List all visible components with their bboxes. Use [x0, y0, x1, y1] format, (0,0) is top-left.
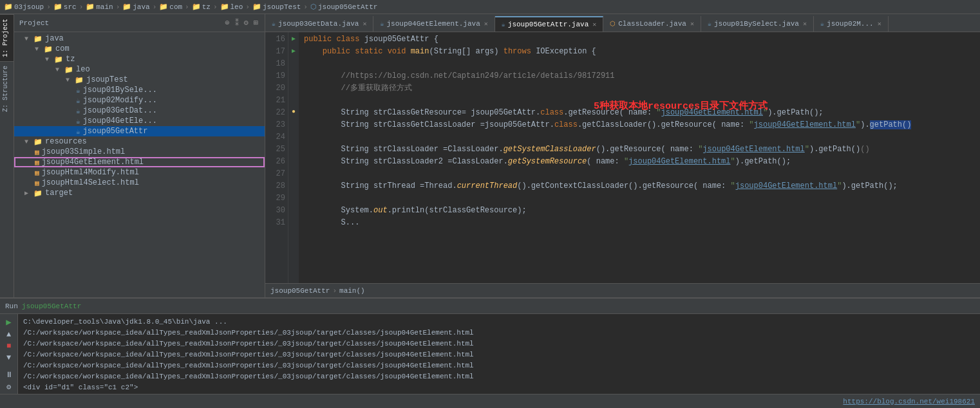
tab-label-1: jsoup03GetData.java	[278, 20, 359, 28]
cmd-line: C:\developer_tools\Java\jdk1.8.0_45\bin\…	[23, 317, 975, 328]
close-tab-3[interactable]: ✕	[592, 21, 596, 28]
tree-item-leo[interactable]: ▼ 📁 leo	[14, 64, 265, 75]
tab-label-6: jsoup02M...	[827, 20, 874, 28]
tab-jsoup02[interactable]: ☕ jsoup02M... ✕	[814, 16, 889, 32]
run-gutter-arrow2[interactable]: ▶	[292, 47, 296, 55]
run-panel-header: Run jsoup05GetAttr	[0, 299, 980, 314]
java-file-icon-1: ☕	[76, 86, 80, 95]
top-breadcrumb: 📁 03jsoup › 📁 src › 📁 main › 📁 java › 📁 …	[0, 0, 980, 14]
tree-label-com: com	[55, 44, 70, 53]
tab-jsoup03[interactable]: ☕ jsoup03GetData.java ✕	[265, 16, 373, 32]
run-options-button[interactable]: ⚙	[3, 382, 15, 392]
tree-item-jsoup03[interactable]: ☕ jsoup03GetDat...	[14, 106, 265, 116]
tree-item-jsoup02[interactable]: ☕ jsoup02Modify...	[14, 95, 265, 106]
tree-label-jsoup03: jsoup03GetDat...	[83, 106, 157, 115]
bc-com[interactable]: com	[169, 3, 182, 11]
expand-arrow-com: ▼	[35, 46, 41, 53]
code-editor[interactable]: public class jsoup05GetAttr { public sta…	[299, 32, 980, 283]
html-file-icon-4: ▦	[35, 179, 39, 187]
expand-arrow-java: ▼	[24, 35, 31, 42]
code-line-17: public static void main(String[] args) t…	[304, 46, 975, 58]
tree-item-resources[interactable]: ▼ 📁 resources	[14, 136, 265, 147]
tree-item-jsoup04getelement[interactable]: ▦ jsoup04GetElement.html	[14, 157, 265, 167]
side-tab-project[interactable]: 1: Project	[0, 14, 14, 61]
left-side-tabs: 1: Project Z: Structure	[0, 14, 14, 297]
tab-bar: ☕ jsoup03GetData.java ✕ ☕ jsoup04GetElem…	[265, 14, 980, 32]
tab-icon-6: ☕	[820, 20, 824, 28]
tree-item-jsouphtml4select[interactable]: ▦ jsoupHtml4Select.html	[14, 178, 265, 188]
bc-jsoup05GetAttr[interactable]: jsoup05GetAttr	[318, 3, 377, 11]
run-panel: Run jsoup05GetAttr ▶ ▲ ■ ▼ ⏸ ⚙ ⊟ 🗑 C:\de…	[0, 297, 980, 394]
bc-java[interactable]: java	[133, 3, 149, 11]
bc-src[interactable]: src	[64, 3, 77, 11]
tree-item-jsoup05[interactable]: ☕ jsoup05GetAttr	[14, 126, 265, 136]
expand-arrow-target: ▶	[24, 189, 31, 197]
code-line-29	[304, 192, 975, 205]
tree-label-leo: leo	[76, 65, 90, 74]
folder-java-icon: 📁	[33, 35, 42, 43]
bc-jsoupTest[interactable]: jsoupTest	[263, 3, 301, 11]
tab-label-5: jsoup01BySelect.java	[714, 20, 799, 28]
toolbar-btn-sync[interactable]: ⁑	[234, 18, 240, 28]
tree-item-target[interactable]: ▶ 📁 target	[14, 188, 265, 198]
run-up-button[interactable]: ▲	[3, 330, 15, 339]
run-pause-button[interactable]: ⏸	[3, 370, 15, 380]
tree-label-jsoup03simple: jsoup03Simple.html	[42, 147, 126, 156]
tab-label-2: jsoup04GetElement.java	[387, 20, 480, 28]
run-output: C:\developer_tools\Java\jdk1.8.0_45\bin\…	[18, 314, 980, 394]
tab-icon-4: ⬡	[610, 20, 616, 28]
project-tree: ▼ 📁 java ▼ 📁 com ▼ 📁 tz ▼	[14, 32, 265, 297]
html-snippet-line: <div id="d1" class="c1 c2">	[23, 382, 975, 393]
tree-item-com[interactable]: ▼ 📁 com	[14, 44, 265, 54]
java-file-icon-4: ☕	[76, 117, 80, 125]
html-file-icon-2: ▦	[35, 158, 39, 167]
tree-label-jsouphtml4select: jsoupHtml4Select.html	[42, 178, 139, 187]
tree-label-resources: resources	[45, 137, 87, 146]
run-gutter-arrow[interactable]: ▶	[292, 35, 296, 42]
bc-tz[interactable]: tz	[202, 3, 211, 11]
run-play-button[interactable]: ▶	[3, 317, 15, 328]
tree-item-jsouphtml4modify[interactable]: ▦ jsoupHtml4Modify.html	[14, 167, 265, 178]
close-tab-2[interactable]: ✕	[484, 20, 488, 28]
status-bar: https://blog.csdn.net/wei198621	[0, 394, 980, 408]
close-tab-5[interactable]: ✕	[803, 20, 807, 28]
run-stop-button[interactable]: ■	[3, 342, 15, 351]
run-down-button[interactable]: ▼	[3, 353, 15, 362]
folder-icon-8: 📁	[252, 3, 261, 11]
tree-label-jsoup05: jsoup05GetAttr	[83, 127, 148, 136]
tab-icon-1: ☕	[272, 20, 276, 28]
toolbar-btn-settings[interactable]: ⚙	[243, 18, 250, 28]
tab-jsoup05[interactable]: ☕ jsoup05GetAttr.java ✕	[495, 16, 603, 32]
java-file-icon-3: ☕	[76, 107, 80, 115]
tab-jsoup04[interactable]: ☕ jsoup04GetElement.java ✕	[373, 16, 495, 32]
tree-item-jsoup04[interactable]: ☕ jsoup04GetEle...	[14, 116, 265, 126]
html-file-icon-3: ▦	[35, 169, 39, 177]
tree-item-jsoup01[interactable]: ☕ jsoup01BySele...	[14, 85, 265, 95]
tab-icon-3: ☕	[502, 21, 505, 28]
side-tab-structure[interactable]: Z: Structure	[0, 61, 14, 116]
close-tab-1[interactable]: ✕	[363, 20, 366, 28]
folder-target-icon: 📁	[33, 189, 42, 198]
tree-item-java[interactable]: ▼ 📁 java	[14, 33, 265, 44]
tree-label-jsoup02: jsoup02Modify...	[83, 96, 157, 105]
code-line-30: System.out.println(strClassGetResource);	[304, 205, 975, 217]
bc-leo[interactable]: leo	[231, 3, 243, 11]
folder-icon-4: 📁	[122, 3, 131, 11]
close-tab-4[interactable]: ✕	[690, 20, 694, 28]
bookmark-icon-22: ●	[292, 108, 296, 115]
tree-item-jsoupTest[interactable]: ▼ 📁 jsoupTest	[14, 75, 265, 85]
tree-item-jsoup03simple[interactable]: ▦ jsoup03Simple.html	[14, 147, 265, 157]
bc-main[interactable]: main	[96, 3, 113, 11]
gutter: ▶ ▶ ●	[288, 32, 299, 283]
close-tab-6[interactable]: ✕	[878, 20, 881, 28]
tree-item-tz[interactable]: ▼ 📁 tz	[14, 54, 265, 64]
folder-icon-7: 📁	[220, 3, 229, 11]
editor-breadcrumb: jsoup05GetAttr › main()	[265, 283, 980, 297]
toolbar-btn-layout[interactable]: ⊞	[252, 18, 259, 28]
status-url[interactable]: https://blog.csdn.net/wei198621	[843, 398, 975, 405]
tree-label-jsouphtml4modify: jsoupHtml4Modify.html	[42, 168, 139, 177]
tab-jsoup01[interactable]: ☕ jsoup01BySelect.java ✕	[701, 16, 814, 32]
tab-classloader[interactable]: ⬡ ClassLoader.java ✕	[603, 16, 701, 32]
bc-03jsoup[interactable]: 03jsoup	[14, 3, 44, 11]
toolbar-btn-add[interactable]: ⊕	[223, 18, 231, 28]
